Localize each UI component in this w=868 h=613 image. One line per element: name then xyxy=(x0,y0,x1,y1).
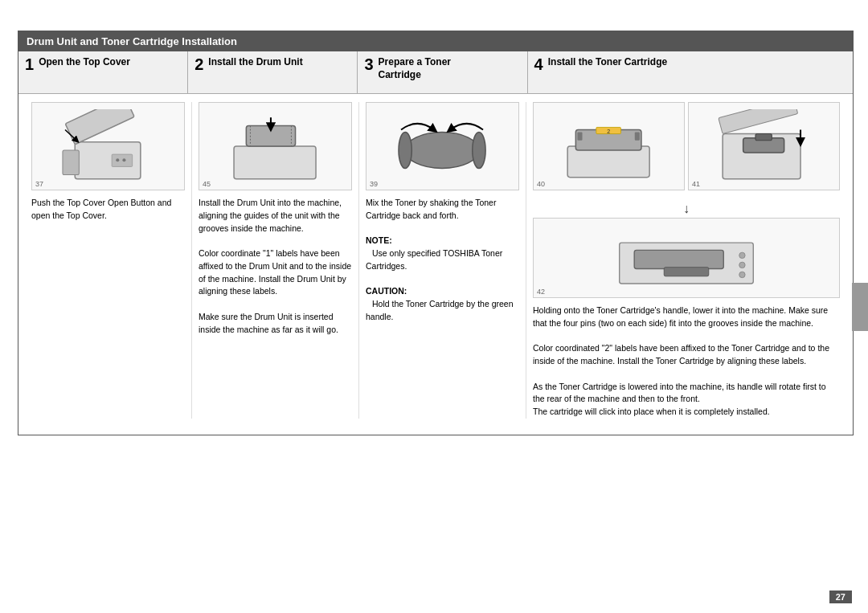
svg-rect-3 xyxy=(113,154,133,166)
svg-rect-2 xyxy=(63,150,79,175)
step1-img-number: 37 xyxy=(35,180,43,188)
note-label: NOTE: xyxy=(366,235,392,245)
step3-description: Mix the Toner by shaking the Toner Cartr… xyxy=(366,197,519,324)
arrow-down-indicator: ↓ xyxy=(533,202,840,216)
svg-rect-22 xyxy=(719,109,798,134)
step4-img-number1: 40 xyxy=(537,180,545,188)
svg-rect-18 xyxy=(635,133,640,141)
svg-rect-17 xyxy=(578,133,583,141)
step3-header: 3 Prepare a TonerCartridge xyxy=(358,51,527,93)
step2-header: 2 Install the Drum Unit xyxy=(188,51,358,93)
step4-title: Install the Toner Cartridge xyxy=(548,56,667,69)
svg-point-14 xyxy=(473,133,485,169)
step4-illustration2 xyxy=(696,109,831,183)
step3-image: 39 xyxy=(366,102,519,190)
step2-title: Install the Drum Unit xyxy=(208,56,302,69)
step4-image3: 42 xyxy=(533,218,840,298)
step2-description: Install the Drum Unit into the machine, … xyxy=(199,197,352,336)
step2-number: 2 xyxy=(194,56,203,72)
svg-point-30 xyxy=(739,263,745,268)
note-text: Use only specified TOSHIBA Toner Cartrid… xyxy=(366,248,502,271)
page-title: Drum Unit and Toner Cartridge Installati… xyxy=(18,31,853,51)
step4-description: Holding onto the Toner Cartridge's handl… xyxy=(533,304,840,419)
step4-img-number3: 42 xyxy=(537,288,545,296)
caution-label: CAUTION: xyxy=(366,286,407,296)
svg-point-29 xyxy=(739,253,745,259)
step1-content: 37 Push the Top Cover Open Button and op… xyxy=(25,102,192,419)
step4-image1: 2 40 xyxy=(533,102,685,190)
step1-title: Open the Top Cover xyxy=(39,56,130,69)
step4-illustration1: 2 xyxy=(541,109,676,183)
step4-img-number2: 41 xyxy=(692,180,700,188)
step4-header: 4 Install the Toner Cartridge xyxy=(528,51,853,93)
step2-illustration xyxy=(207,109,343,183)
step2-image: 45 xyxy=(199,102,352,190)
svg-rect-27 xyxy=(634,251,723,269)
svg-point-5 xyxy=(123,158,126,161)
step4-image2: 41 xyxy=(688,102,840,190)
step1-image: 37 xyxy=(31,102,185,190)
main-container: Drum Unit and Toner Cartridge Installati… xyxy=(18,31,854,435)
svg-point-31 xyxy=(739,272,745,278)
step3-content: 39 Mix the Toner by shaking the Toner Ca… xyxy=(359,102,526,419)
step4-number: 4 xyxy=(534,56,543,72)
step1-header: 1 Open the Top Cover xyxy=(18,51,188,93)
svg-rect-24 xyxy=(755,134,772,141)
svg-rect-28 xyxy=(664,268,709,276)
step4-illustration3 xyxy=(549,224,824,291)
steps-header-row: 1 Open the Top Cover 2 Install the Drum … xyxy=(18,51,853,94)
side-tab xyxy=(852,283,868,331)
step4-content: 2 40 xyxy=(526,102,846,419)
svg-rect-8 xyxy=(247,125,296,145)
svg-point-4 xyxy=(117,158,120,161)
title-text: Drum Unit and Toner Cartridge Installati… xyxy=(27,35,237,47)
caution-text: Hold the Toner Cartridge by the green ha… xyxy=(366,299,514,321)
step3-illustration xyxy=(374,109,510,183)
step3-title: Prepare a TonerCartridge xyxy=(379,56,451,81)
step1-number: 1 xyxy=(25,56,34,72)
step3-img-number: 39 xyxy=(370,180,378,188)
step2-content: 45 Install the Drum Unit into the machin… xyxy=(192,102,359,419)
svg-point-12 xyxy=(406,133,480,169)
step3-number: 3 xyxy=(364,56,373,72)
page-number: 27 xyxy=(829,591,852,603)
svg-text:2: 2 xyxy=(608,129,611,135)
step1-illustration xyxy=(39,109,176,183)
step2-img-number: 45 xyxy=(203,180,211,188)
svg-point-13 xyxy=(399,133,411,169)
svg-rect-7 xyxy=(235,146,317,179)
content-row: 37 Push the Top Cover Open Button and op… xyxy=(18,94,853,435)
step1-description: Push the Top Cover Open Button and open … xyxy=(31,197,185,223)
